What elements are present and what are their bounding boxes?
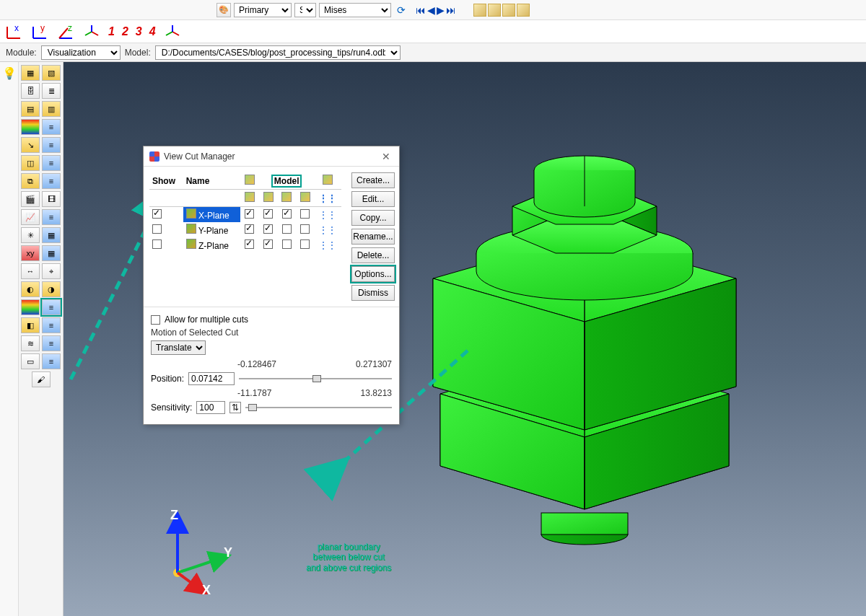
tool-field-icon[interactable]: ▦	[42, 227, 61, 243]
tool-undeformed-icon[interactable]: ▦	[21, 65, 40, 81]
render-filled-icon[interactable]	[502, 4, 515, 17]
tool-mat-opts-icon[interactable]: ≡	[42, 155, 61, 171]
tool-a-icon[interactable]: ▤	[21, 101, 40, 117]
axis-x-icon[interactable]: x	[4, 22, 23, 41]
tool-mat-icon[interactable]: ◫	[21, 155, 40, 171]
tool-anim2-icon[interactable]: 🎞	[42, 191, 61, 207]
c1-checkbox[interactable]	[245, 224, 254, 234]
tool-overlay-icon[interactable]: ⧉	[21, 173, 40, 189]
tool-dim-icon[interactable]: ↔	[21, 263, 40, 279]
c1-checkbox[interactable]	[245, 209, 254, 219]
c1-checkbox[interactable]	[245, 239, 254, 249]
axis-xyz-icon[interactable]	[82, 22, 101, 41]
dismiss-button[interactable]: Dismiss	[351, 285, 395, 301]
options-button[interactable]: Options...	[351, 266, 395, 282]
dialog-titlebar[interactable]: View Cut Manager ✕	[144, 146, 399, 167]
tool-viewcut-icon[interactable]	[21, 299, 40, 315]
viewport[interactable]: Z Y X planar boundary between below cut …	[64, 62, 866, 616]
table-row[interactable]: Z-Plane ⋮⋮	[149, 237, 341, 252]
lightbulb-icon[interactable]: 💡	[2, 66, 17, 80]
vcr-prev-icon[interactable]: ◀	[427, 4, 435, 16]
render-shaded-icon[interactable]	[517, 4, 530, 17]
axis-z-icon[interactable]: z	[56, 22, 75, 41]
c4-checkbox[interactable]	[300, 224, 310, 234]
tool-probe-icon[interactable]: ⌖	[42, 263, 61, 279]
edit-button[interactable]: Edit...	[351, 191, 395, 207]
tool-stream-icon[interactable]: ≋	[21, 335, 40, 351]
plane-icon	[186, 224, 196, 234]
render-hidden-icon[interactable]	[488, 4, 501, 17]
axis-num-1[interactable]: 1	[108, 25, 115, 38]
c3-checkbox[interactable]	[282, 209, 292, 219]
c4-checkbox[interactable]	[300, 239, 310, 249]
render-wire-icon[interactable]	[473, 4, 486, 17]
tool-e-opts-icon[interactable]: ≡	[42, 317, 61, 333]
c2-checkbox[interactable]	[263, 224, 273, 234]
vcr-play-icon[interactable]: ▶	[437, 4, 445, 16]
model-path-selector[interactable]: D:/Documents/CASES/blog/post_processing_…	[155, 45, 401, 60]
tool-xy-opts-icon[interactable]: ≡	[42, 209, 61, 225]
sensitivity-slider[interactable]	[245, 402, 392, 413]
refresh-icon[interactable]: ⟳	[394, 3, 408, 17]
axis-num-2[interactable]: 2	[122, 25, 128, 38]
tool-brush-icon[interactable]: 🖌	[32, 371, 51, 387]
axis-triad-icon[interactable]	[163, 22, 182, 41]
tool-symbol-opts-icon[interactable]: ≡	[42, 137, 61, 153]
tool-xy2-icon[interactable]: xy	[21, 245, 40, 261]
tool-e-icon[interactable]: ◧	[21, 317, 40, 333]
palette-icon[interactable]: 🎨	[216, 3, 231, 17]
module-selector[interactable]: Visualization	[41, 45, 121, 60]
row-opts-icon[interactable]: ⋮⋮	[315, 237, 341, 252]
show-checkbox[interactable]	[152, 209, 162, 219]
tool-symbol-icon[interactable]: ↘	[21, 137, 40, 153]
tool-deformed-icon[interactable]: ▧	[42, 65, 61, 81]
sensitivity-stepper[interactable]: ⇅	[229, 402, 241, 413]
allow-multiple-checkbox[interactable]	[151, 315, 160, 325]
position-input[interactable]	[188, 372, 235, 385]
c4-checkbox[interactable]	[300, 209, 310, 219]
variable-selector[interactable]: S	[294, 3, 316, 17]
c2-checkbox[interactable]	[263, 209, 273, 219]
c3-checkbox[interactable]	[282, 239, 292, 249]
axis-y-icon[interactable]: y	[30, 22, 49, 41]
tool-layers-icon[interactable]: ≣	[42, 83, 61, 99]
row-opts-icon[interactable]: ⋮⋮	[315, 222, 341, 237]
tool-db-icon[interactable]: 🗄	[21, 83, 40, 99]
create-button[interactable]: Create...	[351, 172, 395, 188]
tool-contour-icon[interactable]	[21, 119, 40, 135]
tool-anim-icon[interactable]: 🎬	[21, 191, 40, 207]
table-row[interactable]: Y-Plane ⋮⋮	[149, 222, 341, 237]
tool-f-opts-icon[interactable]: ≡	[42, 353, 61, 369]
c2-checkbox[interactable]	[263, 239, 273, 249]
sensitivity-input[interactable]	[196, 401, 225, 414]
copy-button[interactable]: Copy...	[351, 210, 395, 226]
tool-d-icon[interactable]: ◑	[42, 281, 61, 297]
position-slider[interactable]	[239, 374, 392, 384]
tool-csys-icon[interactable]: ✳	[21, 227, 40, 243]
table-row[interactable]: X-Plane ⋮⋮	[149, 207, 341, 223]
tool-viewcut-manager-icon[interactable]: ≡	[42, 299, 61, 315]
tool-overlay-opts-icon[interactable]: ≡	[42, 173, 61, 189]
tool-table-icon[interactable]: ▦	[42, 245, 61, 261]
component-selector[interactable]: Mises	[319, 3, 391, 17]
primary-selector[interactable]: Primary	[234, 3, 292, 17]
axis-num-4[interactable]: 4	[149, 25, 156, 38]
vcr-last-icon[interactable]: ⏭	[446, 4, 456, 16]
tool-stream-opts-icon[interactable]: ≡	[42, 335, 61, 351]
tool-b-icon[interactable]: ▥	[42, 101, 61, 117]
show-checkbox[interactable]	[152, 224, 162, 234]
tool-contour-opts-icon[interactable]: ≡	[42, 119, 61, 135]
delete-button[interactable]: Delete...	[351, 247, 395, 263]
motion-selector[interactable]: Translate	[151, 340, 206, 355]
rename-button[interactable]: Rename...	[351, 229, 395, 245]
axis-num-3[interactable]: 3	[136, 25, 142, 38]
close-icon[interactable]: ✕	[379, 151, 393, 162]
c3-checkbox[interactable]	[282, 224, 292, 234]
tool-xy-icon[interactable]: 📈	[21, 209, 40, 225]
show-checkbox[interactable]	[152, 239, 162, 249]
row-opts-icon[interactable]: ⋮⋮	[315, 207, 341, 223]
vcr-first-icon[interactable]: ⏮	[416, 4, 426, 16]
side-palette: ▦▧ 🗄≣ ▤▥ ≡ ↘≡ ◫≡ ⧉≡ 🎬🎞 📈≡ ✳▦ xy▦ ↔⌖ ◐◑ ≡…	[19, 62, 64, 616]
tool-f-icon[interactable]: ▭	[21, 353, 40, 369]
tool-c-icon[interactable]: ◐	[21, 281, 40, 297]
